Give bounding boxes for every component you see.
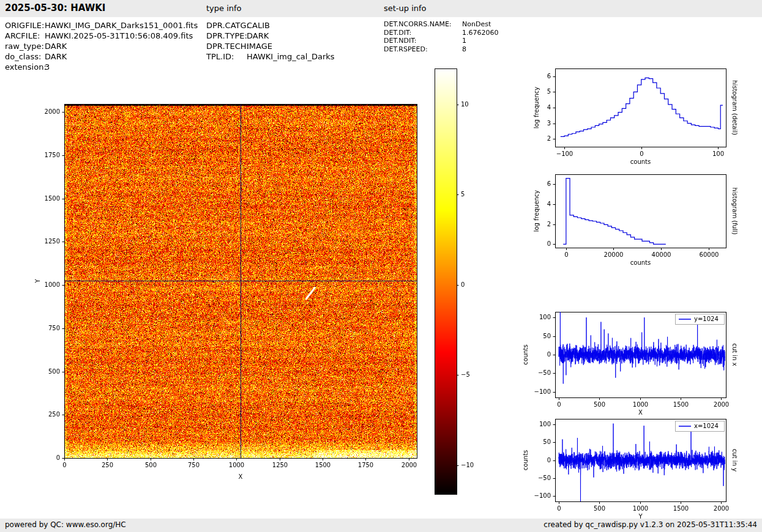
- meta-row: DPR.CATG:CALIB: [206, 20, 335, 31]
- meta-label: DET.RSPEED:: [384, 45, 462, 54]
- meta-value: DARK: [45, 41, 67, 51]
- setup-info-block: DET.NCORRS.NAME:NonDestDET.DIT:1.6762060…: [384, 20, 499, 53]
- meta-value: HAWKI.2025-05-31T10:56:08.409.fits: [45, 31, 193, 41]
- meta-value: DARK: [247, 31, 269, 41]
- meta-label: DPR.TYPE:: [206, 31, 247, 41]
- meta-value: HAWKI_img_cal_Darks: [247, 51, 335, 62]
- footer-bar: powered by QC: www.eso.org/HC created by…: [0, 519, 762, 532]
- meta-label: DET.NCORRS.NAME:: [384, 20, 462, 29]
- meta-label: DET.NDIT:: [384, 37, 462, 45]
- type-info-heading: type info: [206, 4, 242, 13]
- meta-label: do_class:: [5, 51, 45, 62]
- meta-row: ORIGFILE:HAWKI_IMG_DARK_Darks151_0001.fi…: [5, 20, 198, 31]
- meta-row: TPL.ID:HAWKI_img_cal_Darks: [206, 51, 335, 62]
- meta-row: DET.DIT:1.6762060: [384, 29, 499, 37]
- meta-value: 1.6762060: [462, 29, 499, 37]
- meta-label: DPR.CATG:: [206, 20, 247, 31]
- meta-row: do_class:DARK: [5, 51, 198, 62]
- meta-row: ARCFILE:HAWKI.2025-05-31T10:56:08.409.fi…: [5, 31, 198, 41]
- meta-value: NonDest: [462, 20, 491, 29]
- footer-powered-by: powered by QC: www.eso.org/HC: [5, 520, 126, 529]
- meta-value: 1: [462, 37, 466, 45]
- meta-row: DPR.TECH:IMAGE: [206, 41, 335, 51]
- qc-report-page: { "header": { "title": "2025-05-30: HAWK…: [0, 0, 762, 532]
- footer-created-by: created by qc_rawdisp.py v1.2.3 on 2025-…: [543, 520, 757, 529]
- meta-label: ORIGFILE:: [5, 20, 45, 31]
- meta-label: raw_type:: [5, 41, 45, 51]
- page-title: 2025-05-30: HAWKI: [5, 2, 105, 13]
- meta-row: DET.NCORRS.NAME:NonDest: [384, 20, 499, 29]
- meta-row: DPR.TYPE:DARK: [206, 31, 335, 41]
- meta-value: DARK: [45, 51, 67, 62]
- meta-value: 8: [462, 45, 466, 54]
- meta-label: ARCFILE:: [5, 31, 45, 41]
- meta-label: TPL.ID:: [206, 51, 247, 62]
- meta-row: extension:3: [5, 62, 198, 72]
- type-info-block: DPR.CATG:CALIBDPR.TYPE:DARKDPR.TECH:IMAG…: [206, 20, 335, 62]
- meta-label: extension:: [5, 62, 45, 72]
- meta-row: DET.NDIT:1: [384, 37, 499, 45]
- file-info-block: ORIGFILE:HAWKI_IMG_DARK_Darks151_0001.fi…: [5, 20, 198, 72]
- meta-value: IMAGE: [247, 41, 272, 51]
- meta-value: CALIB: [247, 20, 270, 31]
- meta-value: 3: [45, 62, 50, 72]
- charts-canvas: [0, 0, 762, 532]
- setup-info-heading: set-up info: [384, 4, 427, 13]
- meta-label: DET.DIT:: [384, 29, 462, 37]
- meta-value: HAWKI_IMG_DARK_Darks151_0001.fits: [45, 20, 198, 31]
- meta-label: DPR.TECH:: [206, 41, 247, 51]
- meta-row: raw_type:DARK: [5, 41, 198, 51]
- meta-row: DET.RSPEED:8: [384, 45, 499, 54]
- header-bar: 2025-05-30: HAWKI type info set-up info: [0, 0, 762, 17]
